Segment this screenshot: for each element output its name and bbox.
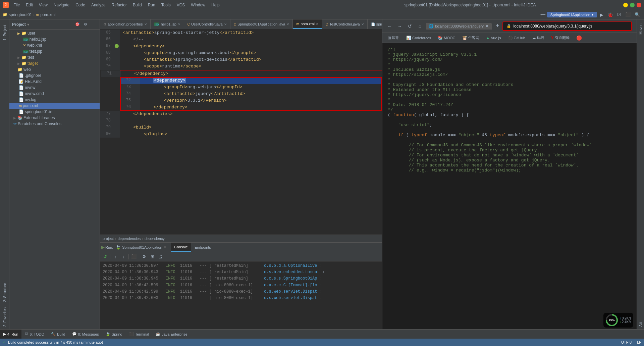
tree-item-web[interactable]: 📁 web <box>9 66 100 72</box>
project-hide-button[interactable]: — <box>90 21 97 28</box>
scroll-down-button[interactable]: ↓ <box>120 253 127 260</box>
debug-button[interactable]: 🐞 <box>606 11 614 18</box>
print-button[interactable]: 🖨 <box>157 253 164 260</box>
close-tab-springboot01app[interactable]: ✕ <box>286 22 289 26</box>
bookmark-mayun[interactable]: ☁ 码云 <box>529 35 547 41</box>
tree-item-user[interactable]: ▶ 📁 user <box>9 30 100 36</box>
tab-springboot01app[interactable]: C Springboot01Application.java ✕ <box>230 19 293 29</box>
tree-item-mvnw[interactable]: 📄 mvnw <box>9 85 100 91</box>
endpoints-tab[interactable]: Endpoints <box>191 243 214 252</box>
bottom-build-tab[interactable]: 🔨 Build <box>48 330 68 339</box>
maven-sidebar-label[interactable]: Maven <box>637 21 644 37</box>
browser-forward-button[interactable]: → <box>395 21 405 31</box>
tree-item-hello1[interactable]: jsp hello1.jsp <box>9 36 100 42</box>
tree-item-target[interactable]: ▶ 📁 target <box>9 60 100 66</box>
run-close-btn[interactable]: ✕ <box>164 245 167 249</box>
close-tab-pom[interactable]: ✕ <box>316 22 319 26</box>
scroll-up-button[interactable]: ↑ <box>112 253 119 260</box>
browser-tab[interactable]: 🌐 localhost:8080/webjars/jquery ✕ <box>426 23 492 30</box>
bottom-todo-tab[interactable]: ☑ 6: TODO <box>21 330 48 339</box>
att-sidebar-label[interactable]: Att <box>637 319 644 329</box>
bookmark-vuejs[interactable]: ▲ Vue.js <box>483 35 504 41</box>
stop-run-button[interactable]: ⬛ <box>130 253 138 260</box>
bottom-terminal-tab[interactable]: ⬛ Terminal <box>126 330 153 339</box>
bookmark-apps[interactable]: ⊞ 应用 <box>385 35 402 41</box>
tree-item-gitignore[interactable]: 📄 .gitignore <box>9 72 100 79</box>
tab-spring-log[interactable]: 📄 spring.log ✕ <box>368 19 382 29</box>
browser-url-bar[interactable]: 🔒 localhost:8080/webjars/jquery/3.3.1/jq… <box>502 21 632 31</box>
menu-file[interactable]: File <box>11 2 22 8</box>
project-settings-button[interactable]: ⚙ <box>82 21 89 28</box>
menu-code[interactable]: Code <box>73 2 88 8</box>
browser-tab-close[interactable]: ✕ <box>485 23 489 29</box>
tab-pom-xml[interactable]: m pom.xml ✕ <box>293 19 322 29</box>
menu-window[interactable]: Window <box>188 2 208 8</box>
menu-view[interactable]: View <box>36 2 50 8</box>
menu-navigate[interactable]: Navigate <box>51 2 72 8</box>
layout-button[interactable]: ⊞ <box>149 253 156 260</box>
browser-home-button[interactable]: ⌂ <box>415 21 425 31</box>
tree-item-external-libs[interactable]: ▶ 📚 External Libraries <box>9 115 100 121</box>
console-tab[interactable]: Console <box>171 243 191 252</box>
menu-run[interactable]: Run <box>145 2 158 8</box>
console-output[interactable]: 2020-04-09 11:36:30.897 INFO 11016 --- [… <box>100 261 382 329</box>
browser-refresh-button[interactable]: ↺ <box>405 21 415 31</box>
restart-button[interactable]: ↺ <box>101 253 109 260</box>
status-bar: ✓ Build completed successfully in 7 s 43… <box>0 339 644 346</box>
bottom-messages-tab[interactable]: 💬 0: Messages <box>69 330 102 339</box>
minimize-button[interactable] <box>623 3 628 7</box>
tree-item-mvnwcmd[interactable]: 📄 mvnw.cmd <box>9 91 100 97</box>
tree-item-pomxml[interactable]: m pom.xml <box>9 103 100 109</box>
bookmark-mooc[interactable]: 📚 MOOC <box>435 35 458 41</box>
bookmark-youdao[interactable]: Y 有道翻译 <box>548 35 572 41</box>
bottom-java-enterprise-tab[interactable]: ☕ Java Enterprise <box>152 330 191 339</box>
tree-item-webxml[interactable]: ✕ web.xml <box>9 42 100 48</box>
structure-sidebar-label[interactable]: 2: Structure <box>2 280 7 305</box>
bookmark-more[interactable]: 🔴 <box>574 35 585 41</box>
menu-help[interactable]: Help <box>209 2 222 8</box>
menu-edit[interactable]: Edit <box>23 2 36 8</box>
browser-new-tab-button[interactable]: + <box>496 22 499 30</box>
code-content[interactable]: 65 <artifactId>spring-boot-starter-jetty… <box>100 30 382 235</box>
bookmark-codeforces[interactable]: 📊 Codeforces <box>404 35 434 41</box>
tree-item-iml[interactable]: 📄 springboot01.iml <box>9 109 100 115</box>
tab-hello1-jsp[interactable]: jsp hello1.jsp ✕ <box>151 19 184 29</box>
menu-refactor[interactable]: Refactor <box>109 2 129 8</box>
jquery-comment-7: * <box>388 77 631 82</box>
favorites-sidebar-label[interactable]: 2: Favorites <box>2 305 7 329</box>
bottom-run-tab[interactable]: ▶ 4: Run <box>0 330 21 339</box>
bookmark-niuke[interactable]: 🐮 牛客网 <box>460 35 482 41</box>
maximize-button[interactable] <box>630 3 635 7</box>
browser-content[interactable]: /*! * jQuery JavaScript Library v3.3.1 *… <box>382 43 637 329</box>
project-locate-button[interactable]: 🎯 <box>74 21 81 28</box>
browser-back-button[interactable]: ← <box>385 21 394 31</box>
tree-item-scratches[interactable]: ✏ Scratches and Consoles <box>9 121 100 127</box>
tab-application-properties[interactable]: ⚙ application.properties ✕ <box>100 19 151 29</box>
close-tab-hello1[interactable]: ✕ <box>178 22 180 26</box>
run-config-selector[interactable]: Springboot01Application ▾ <box>547 12 597 17</box>
menu-vcs[interactable]: VCS <box>174 2 188 8</box>
coverage-button[interactable]: ☑ <box>616 11 623 18</box>
tree-item-testjsp[interactable]: jsp test.jsp <box>9 48 100 54</box>
menu-analyze[interactable]: Analyze <box>89 2 108 8</box>
menu-tools[interactable]: Tools <box>159 2 173 8</box>
search-everywhere-button[interactable]: 🔍 <box>633 11 641 18</box>
settings-button[interactable]: ⚙ <box>141 253 148 260</box>
project-sidebar-label[interactable]: 1: Project <box>2 22 7 43</box>
stop-button[interactable]: ⬛ <box>624 11 632 18</box>
close-tab-application[interactable]: ✕ <box>144 22 147 26</box>
download-speed: ↓ 2.4K/s <box>620 320 631 324</box>
tree-item-mylog[interactable]: 📄 my.log <box>9 97 100 103</box>
close-button[interactable] <box>637 3 641 7</box>
close-tab-testcontroller[interactable]: ✕ <box>361 22 364 26</box>
close-tab-usercontroller[interactable]: ✕ <box>224 22 227 26</box>
menu-build[interactable]: Build <box>130 2 145 8</box>
bottom-spring-tab[interactable]: 🍃 Spring <box>102 330 126 339</box>
editor-breadcrumb: project › dependencies › dependency <box>100 235 382 242</box>
bookmark-github[interactable]: ⚫ GitHub <box>505 35 528 41</box>
tree-item-test[interactable]: ▶ 📁 test <box>9 54 100 60</box>
tree-item-help[interactable]: 📝 HELP.md <box>9 79 100 85</box>
tab-usercontroller[interactable]: C UserController.java ✕ <box>184 19 230 29</box>
tab-testcontroller[interactable]: C TestController.java ✕ <box>322 19 368 29</box>
run-button[interactable]: ▶ <box>598 11 605 18</box>
